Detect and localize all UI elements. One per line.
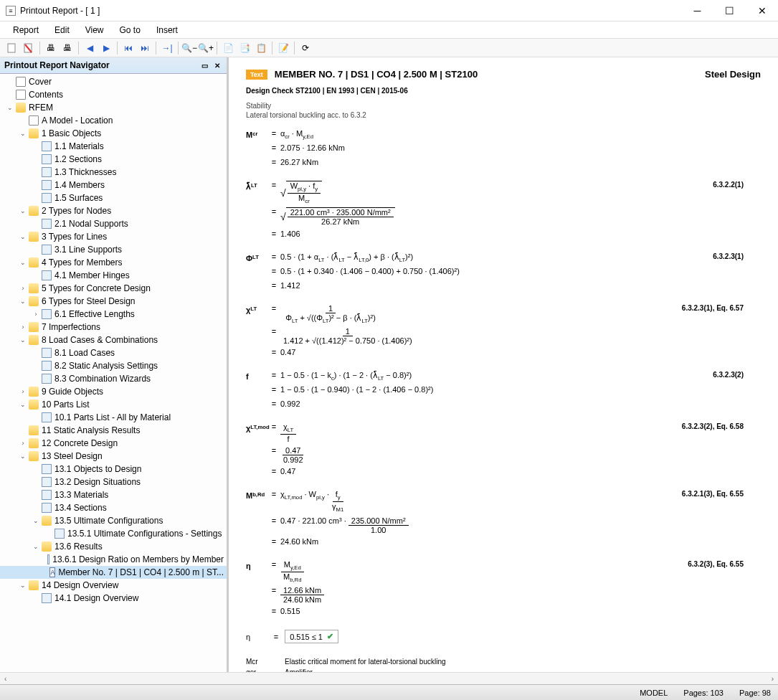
- settings-icon[interactable]: 📋: [253, 40, 269, 56]
- tree-item[interactable]: 1.4 Members: [0, 179, 227, 191]
- refresh-icon[interactable]: ⟳: [298, 40, 313, 56]
- zoom-in-icon[interactable]: 🔍+: [198, 40, 214, 56]
- print-preview-icon[interactable]: 🖶: [60, 40, 75, 56]
- scroll-left-icon[interactable]: ‹: [1, 675, 9, 683]
- goto-icon[interactable]: →|: [159, 40, 175, 56]
- tree-item[interactable]: AMember No. 7 | DS1 | CO4 | 2.500 m | ST…: [0, 566, 227, 579]
- tree-toggle-icon[interactable]: ⌄: [19, 453, 27, 460]
- tree-item[interactable]: ⌄13.6 Results: [0, 540, 227, 553]
- tree-item[interactable]: ⌄3 Types for Lines: [0, 230, 227, 243]
- tree-toggle-icon[interactable]: ⌄: [19, 336, 27, 344]
- scroll-right-icon[interactable]: ›: [769, 675, 777, 683]
- pin-icon[interactable]: ▭: [199, 60, 209, 70]
- filter-icon[interactable]: 📝: [275, 40, 291, 56]
- prev-icon[interactable]: ◀: [82, 40, 98, 56]
- tree-toggle-icon[interactable]: ⌄: [19, 233, 27, 240]
- tree-toggle-icon[interactable]: ›: [19, 285, 27, 292]
- tree-item[interactable]: 13.6.1 Design Ratio on Members by Member: [0, 553, 227, 566]
- tree-item[interactable]: ⌄14 Design Overview: [0, 579, 227, 592]
- tree-item[interactable]: 13.5.1 Ultimate Configurations - Setting…: [0, 527, 227, 540]
- tree-item[interactable]: ⌄8 Load Cases & Combinations: [0, 334, 227, 346]
- tree-toggle-icon[interactable]: ⌄: [19, 401, 27, 408]
- navigator-tree[interactable]: CoverContents⌄RFEMA Model - Location⌄1 B…: [0, 74, 227, 672]
- tree-toggle-icon[interactable]: ⌄: [19, 582, 27, 589]
- tree-item[interactable]: ⌄13.5 Ultimate Configurations: [0, 514, 227, 527]
- tree-item[interactable]: 13.2 Design Situations: [0, 476, 227, 488]
- tree-item[interactable]: 1.3 Thicknesses: [0, 166, 227, 179]
- maximize-button[interactable]: ☐: [713, 0, 746, 22]
- tree-item-label: 13.2 Design Situations: [54, 477, 141, 487]
- menu-goto[interactable]: Go to: [113, 24, 148, 37]
- tree-item[interactable]: ›12 Concrete Design: [0, 437, 227, 450]
- tree-item[interactable]: 13.4 Sections: [0, 501, 227, 514]
- minimize-button[interactable]: ─: [681, 0, 713, 22]
- tree-toggle-icon[interactable]: ⌄: [19, 298, 27, 305]
- grid-icon: [42, 154, 52, 164]
- tree-item[interactable]: 14.1 Design Overview: [0, 592, 227, 605]
- tree-item[interactable]: 1.5 Surfaces: [0, 191, 227, 204]
- doc-icon: [29, 115, 39, 126]
- tree-item[interactable]: 13.1 Objects to Design: [0, 463, 227, 476]
- menu-report[interactable]: Report: [6, 24, 46, 37]
- first-icon[interactable]: ⏮: [120, 40, 136, 56]
- tree-item[interactable]: 8.2 Static Analysis Settings: [0, 359, 227, 372]
- tree-item[interactable]: 3.1 Line Supports: [0, 243, 227, 256]
- tree-item[interactable]: ⌄RFEM: [0, 101, 227, 114]
- tree-item-label: 1.1 Materials: [54, 141, 104, 151]
- close-button[interactable]: ✕: [746, 0, 778, 22]
- horizontal-scrollbar[interactable]: ‹ ›: [0, 672, 778, 684]
- tree-item[interactable]: ⌄10 Parts List: [0, 398, 227, 411]
- tree-item[interactable]: 1.1 Materials: [0, 140, 227, 153]
- menu-insert[interactable]: Insert: [149, 24, 185, 37]
- tree-toggle-icon[interactable]: ⌄: [6, 104, 14, 111]
- tree-item[interactable]: ›7 Imperfections: [0, 321, 227, 334]
- export-pdf-icon[interactable]: 📄: [220, 40, 236, 56]
- tree-item[interactable]: ›9 Guide Objects: [0, 385, 227, 398]
- chimod-result: 0.47: [280, 467, 295, 476]
- export-icon[interactable]: 📑: [237, 40, 252, 56]
- menu-edit[interactable]: Edit: [47, 24, 77, 37]
- tree-item[interactable]: 11 Static Analysis Results: [0, 424, 227, 437]
- last-icon[interactable]: ⏭: [137, 40, 153, 56]
- report-view: Text MEMBER NO. 7 | DS1 | CO4 | 2.500 M …: [229, 57, 778, 672]
- grid-icon: [42, 503, 52, 513]
- tree-item[interactable]: 8.1 Load Cases: [0, 346, 227, 359]
- tree-toggle-icon[interactable]: ⌄: [32, 543, 40, 550]
- zoom-out-icon[interactable]: 🔍−: [181, 40, 197, 56]
- tree-toggle-icon[interactable]: ›: [19, 440, 27, 447]
- tree-toggle-icon[interactable]: ⌄: [19, 130, 27, 137]
- tree-item[interactable]: Cover: [0, 75, 227, 88]
- tree-item[interactable]: ⌄6 Types for Steel Design: [0, 295, 227, 308]
- tree-item-label: 14.1 Design Overview: [54, 593, 138, 603]
- tree-toggle-icon[interactable]: ⌄: [19, 259, 27, 266]
- new-icon[interactable]: [4, 40, 20, 56]
- tree-item[interactable]: 13.3 Materials: [0, 488, 227, 501]
- tree-toggle-icon[interactable]: ›: [19, 388, 27, 395]
- tree-item[interactable]: ›6.1 Effective Lengths: [0, 308, 227, 321]
- close-panel-icon[interactable]: ✕: [212, 60, 222, 70]
- utilization-result: 0.515 ≤ 1 ✔: [285, 630, 338, 643]
- tree-item[interactable]: 1.2 Sections: [0, 153, 227, 166]
- tree-item[interactable]: 4.1 Member Hinges: [0, 269, 227, 282]
- tree-toggle-icon[interactable]: ⌄: [32, 517, 40, 524]
- tree-item[interactable]: A Model - Location: [0, 114, 227, 127]
- tree-toggle-icon[interactable]: ›: [19, 323, 27, 331]
- tree-item[interactable]: 2.1 Nodal Supports: [0, 217, 227, 230]
- next-icon[interactable]: ▶: [98, 40, 114, 56]
- tree-item[interactable]: ⌄4 Types for Members: [0, 256, 227, 269]
- tree-toggle-icon[interactable]: ›: [32, 311, 40, 318]
- tree-item[interactable]: ⌄13 Steel Design: [0, 450, 227, 463]
- tree-item[interactable]: ›5 Types for Concrete Design: [0, 282, 227, 295]
- tree-item[interactable]: Contents: [0, 88, 227, 101]
- menu-view[interactable]: View: [78, 24, 111, 37]
- tree-toggle-icon[interactable]: ⌄: [19, 207, 27, 214]
- tree-item[interactable]: 8.3 Combination Wizards: [0, 372, 227, 385]
- tree-item-label: 13 Steel Design: [42, 451, 103, 461]
- print-icon[interactable]: 🖶: [43, 40, 59, 56]
- tree-item[interactable]: ⌄1 Basic Objects: [0, 127, 227, 140]
- tree-item[interactable]: ⌄2 Types for Nodes: [0, 204, 227, 217]
- delete-icon[interactable]: [21, 40, 37, 56]
- grid-icon: [42, 193, 52, 203]
- tree-item[interactable]: 10.1 Parts List - All by Material: [0, 411, 227, 424]
- grid-icon: [54, 529, 65, 539]
